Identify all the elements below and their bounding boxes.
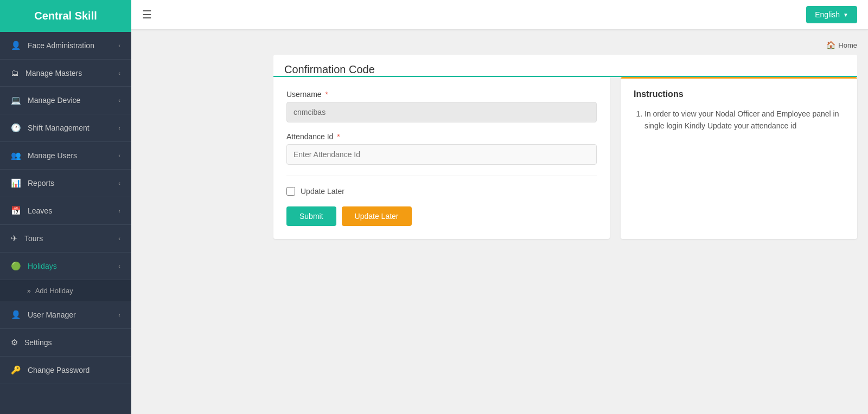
bullet-icon: »: [27, 287, 31, 295]
required-asterisk-2: *: [337, 132, 340, 141]
shift-management-icon: 🕐: [11, 123, 21, 133]
sidebar-item-manage-device[interactable]: 💻 Manage Device ‹: [0, 87, 131, 114]
attendance-id-group: Attendance Id *: [286, 132, 597, 165]
user-manager-chevron-icon: ‹: [118, 312, 120, 318]
manage-masters-label: Manage Masters: [25, 69, 82, 77]
face-admin-chevron-icon: ‹: [118, 42, 120, 49]
holidays-chevron-icon: ‹: [118, 263, 120, 269]
manage-device-label: Manage Device: [28, 96, 80, 105]
content-area: Username * Attendance Id * Update Later: [273, 77, 857, 239]
username-input[interactable]: [286, 102, 597, 122]
holidays-label: Holidays: [28, 262, 57, 270]
manage-device-chevron-icon: ‹: [118, 97, 120, 104]
required-asterisk: *: [325, 90, 328, 99]
attendance-id-label: Attendance Id *: [286, 132, 597, 141]
language-selector[interactable]: English ▼: [806, 6, 857, 23]
instructions-list: In order to view your Nodal Officer and …: [634, 108, 844, 132]
hamburger-icon[interactable]: ☰: [142, 8, 152, 21]
reports-label: Reports: [28, 179, 54, 187]
manage-users-chevron-icon: ‹: [118, 152, 120, 159]
sidebar-item-user-manager[interactable]: 👤 User Manager ‹: [0, 301, 131, 329]
sidebar-item-shift-management[interactable]: 🕐 Shift Management ‹: [0, 114, 131, 142]
sidebar-subitem-add-holiday[interactable]: »Add Holiday: [0, 280, 131, 301]
lang-label: English: [815, 10, 840, 19]
manage-masters-icon: 🗂: [11, 68, 19, 77]
topbar: ☰ English ▼: [131, 0, 868, 30]
attendance-id-input[interactable]: [286, 144, 597, 165]
sidebar-item-face-admin[interactable]: 👤 Face Administration ‹: [0, 32, 131, 60]
update-later-button[interactable]: Update Later: [342, 206, 412, 226]
manage-users-label: Manage Users: [28, 151, 77, 160]
face-admin-label: Face Administration: [28, 41, 94, 50]
update-later-checkbox[interactable]: [286, 187, 295, 196]
manage-masters-chevron-icon: ‹: [118, 70, 120, 76]
form-divider: [286, 176, 597, 176]
sidebar-item-holidays[interactable]: 🟢 Holidays ‹: [0, 253, 131, 280]
form-buttons: Submit Update Later: [286, 206, 597, 226]
sidebar: Central Skill 👤 Face Administration ‹ 🗂 …: [0, 0, 131, 414]
leaves-icon: 📅: [11, 206, 21, 216]
instructions-title: Instructions: [634, 89, 844, 99]
face-admin-icon: 👤: [11, 41, 21, 50]
instructions-body: Instructions In order to view your Nodal…: [621, 79, 857, 143]
reports-chevron-icon: ‹: [118, 180, 120, 186]
submit-button[interactable]: Submit: [286, 206, 336, 226]
leaves-chevron-icon: ‹: [118, 208, 120, 214]
tours-icon: ✈: [11, 234, 18, 243]
tours-chevron-icon: ‹: [118, 235, 120, 242]
sidebar-item-settings[interactable]: ⚙ Settings: [0, 329, 131, 357]
manage-device-icon: 💻: [11, 95, 21, 105]
shift-management-label: Shift Management: [28, 124, 90, 132]
sidebar-nav: 👤 Face Administration ‹ 🗂 Manage Masters…: [0, 32, 131, 384]
sidebar-item-tours[interactable]: ✈ Tours ‹: [0, 225, 131, 253]
manage-users-icon: 👥: [11, 151, 21, 160]
reports-icon: 📊: [11, 178, 21, 188]
shift-management-chevron-icon: ‹: [118, 125, 120, 131]
update-later-checkbox-label[interactable]: Update Later: [301, 187, 344, 196]
sidebar-item-manage-masters[interactable]: 🗂 Manage Masters ‹: [0, 60, 131, 87]
sidebar-item-change-password[interactable]: 🔑 Change Password: [0, 357, 131, 384]
app-title: Central Skill: [34, 10, 97, 22]
settings-icon: ⚙: [11, 338, 18, 347]
form-card: Username * Attendance Id * Update Later: [273, 77, 610, 239]
change-password-icon: 🔑: [11, 365, 21, 375]
username-label: Username *: [286, 90, 597, 99]
page-title: Confirmation Code: [284, 63, 375, 75]
tours-label: Tours: [24, 234, 43, 243]
sidebar-item-manage-users[interactable]: 👥 Manage Users ‹: [0, 142, 131, 170]
instruction-item: In order to view your Nodal Officer and …: [644, 108, 844, 132]
holidays-icon: 🟢: [11, 261, 21, 271]
page-header: Confirmation Code: [273, 55, 857, 77]
username-group: Username *: [286, 90, 597, 122]
home-icon: 🏠: [826, 41, 835, 49]
sidebar-item-leaves[interactable]: 📅 Leaves ‹: [0, 197, 131, 225]
breadcrumb-home[interactable]: Home: [838, 41, 857, 49]
instructions-card: Instructions In order to view your Nodal…: [621, 77, 857, 239]
user-manager-icon: 👤: [11, 310, 21, 320]
change-password-label: Change Password: [28, 366, 90, 374]
app-logo: Central Skill: [0, 0, 131, 32]
breadcrumb: 🏠 Home: [273, 41, 857, 49]
update-later-checkbox-row: Update Later: [286, 187, 597, 196]
chevron-down-icon: ▼: [843, 12, 848, 18]
main-content: 🏠 Home Confirmation Code Username *: [263, 30, 868, 414]
sidebar-item-reports[interactable]: 📊 Reports ‹: [0, 170, 131, 197]
user-manager-label: User Manager: [28, 310, 76, 319]
leaves-label: Leaves: [28, 206, 52, 215]
instructions-wrapper: Instructions In order to view your Nodal…: [621, 77, 857, 239]
settings-label: Settings: [24, 338, 52, 347]
